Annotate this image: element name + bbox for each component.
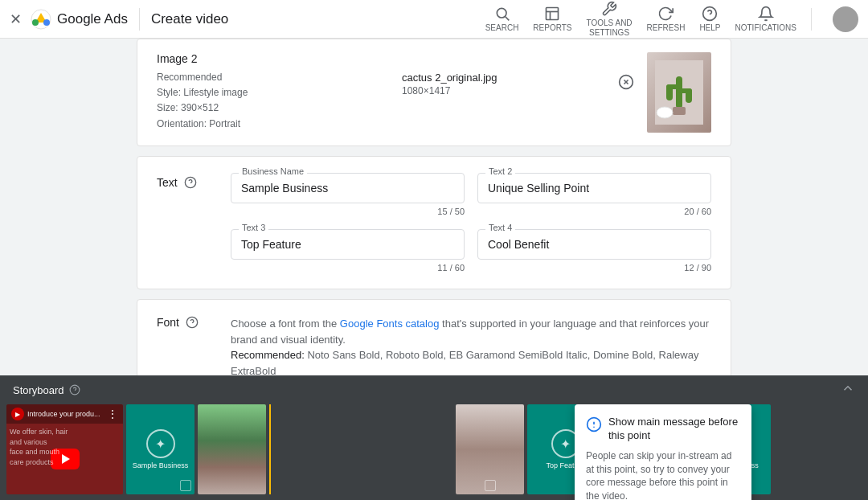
font-desc-prefix: Choose a font from the [231,318,340,330]
text2-count: 20 / 60 [477,207,711,216]
tooltip-title: Show main message before this point [608,416,740,443]
image-file-info: cactus 2_original.jpg 1080×1417 [402,72,608,96]
text3-wrapper: Text 3 [231,229,465,260]
app-title: Google Ads [57,11,128,27]
nav-actions: SEARCH REPORTS TOOLS ANDSETTINGS REFRESH… [485,1,858,38]
text2-input[interactable] [477,173,711,203]
svg-rect-20 [673,107,686,115]
storyboard-title-area: Storyboard [13,384,80,396]
tooltip-header: Show main message before this point [586,416,740,443]
storyboard-content: ▶ Introduce your produ... ⋮ We offer ski… [0,404,868,500]
font-description: Choose a font from the Google Fonts cata… [231,316,711,375]
image-size: Size: 390×512 [157,100,389,116]
help-nav-button[interactable]: HELP [699,6,720,32]
storyboard-item-photo [198,404,266,500]
svg-point-30 [593,427,595,428]
skip-point-indicator [269,404,271,494]
text4-input[interactable] [477,229,711,260]
font-content: Choose a font from the Google Fonts cata… [231,316,711,375]
logo-icon [30,8,52,31]
image-section: Image 2 Recommended Style: Lifestyle ima… [137,39,731,146]
sample-business-label: Sample Business [128,461,194,469]
refresh-nav-button[interactable]: REFRESH [647,6,686,32]
svg-point-3 [43,19,50,26]
business-name-wrapper: Business Name [231,173,465,203]
text4-field: Text 4 12 / 90 [477,229,711,273]
storyboard-header: Storyboard [0,375,868,404]
search-nav-label: SEARCH [485,23,519,32]
user-avatar[interactable] [833,6,858,32]
intro-card[interactable]: ▶ Introduce your produ... ⋮ We offer ski… [6,404,123,494]
storyboard-collapse-button[interactable] [841,381,855,399]
business-name-input[interactable] [231,173,465,203]
text-section: Text Business Name 15 / 50 Text 2 [137,156,731,289]
sample-business-icon: ✦ [146,429,175,458]
sample-business-card[interactable]: ✦ Sample Business [126,404,194,494]
nav-divider [139,8,140,31]
recommended-label: Recommended [157,70,389,85]
search-nav-button[interactable]: SEARCH [485,6,519,32]
font-section-header: Font [157,316,205,329]
tooltip-info-icon [586,416,602,432]
image-orientation: Orientation: Portrait [157,117,389,132]
text2-label: Text 2 [485,166,515,176]
notifications-nav-button[interactable]: NOTIFICATIONS [735,6,796,32]
text-section-header: Text [157,176,205,189]
tooltip-area: Show main message before this point Peop… [269,404,771,500]
storyboard-label: Storyboard [13,384,64,396]
image-thumbnail [647,52,711,133]
svg-point-2 [32,19,39,26]
nav-divider-right [811,8,812,31]
help-nav-label: HELP [699,23,720,32]
photo-card-2[interactable] [456,404,524,494]
intro-content: We offer skin, hairand variousface and m… [6,424,123,494]
text3-label: Text 3 [239,223,268,232]
text2-field: Text 2 20 / 60 [477,173,711,216]
intro-more-button[interactable]: ⋮ [107,408,118,420]
intro-label: Introduce your produ... [27,410,104,418]
business-name-count: 15 / 50 [231,207,465,216]
image-style: Style: Lifestyle image [157,85,389,100]
intro-header: ▶ Introduce your produ... ⋮ [6,404,123,424]
notifications-nav-label: NOTIFICATIONS [735,23,796,32]
skip-tooltip: Show main message before this point Peop… [575,404,751,500]
google-ads-logo: Google Ads [30,8,128,31]
image-info: Image 2 Recommended Style: Lifestyle ima… [157,52,389,132]
main-content: Image 2 Recommended Style: Lifestyle ima… [0,39,868,375]
tools-nav-label: TOOLS ANDSETTINGS [587,18,633,38]
image-dimensions: 1080×1417 [402,85,608,96]
svg-point-4 [497,8,506,18]
text3-count: 11 / 60 [231,263,465,273]
text2-wrapper: Text 2 [477,173,711,203]
storyboard-items: ▶ Introduce your produ... ⋮ We offer ski… [0,404,777,500]
text4-label: Text 4 [485,223,515,232]
storyboard-bar: Storyboard ▶ Introduce your produ... ⋮ [0,375,868,500]
intro-overlay-text: We offer skin, hairand variousface and m… [6,424,71,470]
image-filename: cactus 2_original.jpg [402,72,608,84]
font-section: Font Choose a font from the Google Fonts… [137,299,731,375]
svg-point-21 [657,107,673,118]
text-help-icon[interactable] [184,176,197,189]
svg-line-5 [505,17,509,21]
close-button[interactable]: ✕ [10,10,22,28]
storyboard-item-intro: ▶ Introduce your produ... ⋮ We offer ski… [6,404,123,500]
text3-field: Text 3 11 / 60 [231,229,465,273]
text-fields-grid: Business Name 15 / 50 Text 2 20 / 60 [231,173,711,273]
photo-card[interactable] [198,404,266,494]
text-section-title: Text [157,176,178,189]
tools-nav-button[interactable]: TOOLS ANDSETTINGS [587,1,633,38]
top-navigation: ✕ Google Ads Create video SEARCH REPORTS… [0,0,868,39]
youtube-dot: ▶ [11,408,24,420]
storyboard-help-icon[interactable] [69,384,80,395]
recommended-prefix: Recommended: [231,349,307,361]
image-remove-button[interactable] [618,74,634,94]
text4-count: 12 / 90 [477,263,711,273]
svg-rect-6 [547,8,559,20]
reports-nav-button[interactable]: REPORTS [533,6,571,32]
text3-input[interactable] [231,229,465,260]
image-label: Image 2 [157,52,389,65]
google-fonts-link[interactable]: Google Fonts catalog [340,318,440,330]
font-help-icon[interactable] [186,316,199,329]
business-name-field: Business Name 15 / 50 [231,173,465,216]
refresh-nav-label: REFRESH [647,23,686,32]
